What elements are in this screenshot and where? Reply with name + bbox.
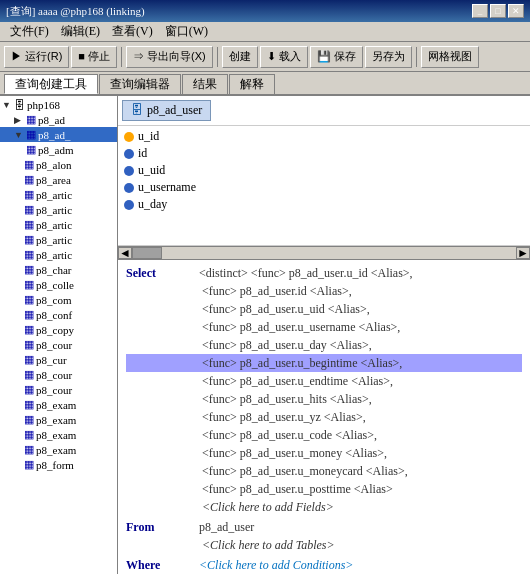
- tree-item-p8_artic2[interactable]: ▦ p8_artic: [0, 202, 117, 217]
- tl18: p8_cour: [36, 369, 72, 381]
- field-line-12[interactable]: <func> p8_ad_user.u_posttime <Alias>: [126, 480, 522, 498]
- tree-item-p8_form[interactable]: ▦ p8_form: [0, 457, 117, 472]
- tree-item-p8_ad[interactable]: ▶ ▦ p8_ad: [0, 112, 117, 127]
- expand-icon: ▼: [2, 100, 12, 110]
- export-button[interactable]: ⇒ 导出向导(X): [126, 46, 213, 68]
- ti15: ▦: [24, 323, 34, 336]
- tree-item-p8_char[interactable]: ▦ p8_char: [0, 262, 117, 277]
- close-button[interactable]: ✕: [508, 4, 524, 18]
- field-u_id[interactable]: u_id: [122, 128, 526, 145]
- tl20: p8_exam: [36, 399, 76, 411]
- tree-item-p8_artic3[interactable]: ▦ p8_artic: [0, 217, 117, 232]
- minimize-button[interactable]: _: [472, 4, 488, 18]
- add-conditions-click[interactable]: <Click here to add Conditions>: [196, 556, 353, 574]
- tree-item-p8_exam1[interactable]: ▦ p8_exam: [0, 397, 117, 412]
- tree-item-p8_com[interactable]: ▦ p8_com: [0, 292, 117, 307]
- tab-results[interactable]: 结果: [182, 74, 228, 94]
- menu-edit[interactable]: 编辑(E): [55, 22, 106, 41]
- save-button[interactable]: 💾 保存: [310, 46, 363, 68]
- ti10: ▦: [24, 248, 34, 261]
- tl8: p8_artic: [36, 219, 72, 231]
- add-tables-click[interactable]: <Click here to add Tables>: [126, 536, 522, 554]
- tl6: p8_artic: [36, 189, 72, 201]
- field-name: u_id: [138, 129, 159, 144]
- field-line-5[interactable]: <func> p8_ad_user.u_begintime <Alias>,: [126, 354, 522, 372]
- tree-item-p8_cour1[interactable]: ▦ p8_cour: [0, 337, 117, 352]
- key-icon: [124, 132, 134, 142]
- tab-query-editor[interactable]: 查询编辑器: [99, 74, 181, 94]
- tree-item-p8_artic5[interactable]: ▦ p8_artic: [0, 247, 117, 262]
- tl3: p8_adm: [38, 144, 73, 156]
- tree-item-p8_conf[interactable]: ▦ p8_conf: [0, 307, 117, 322]
- ti8: ▦: [24, 218, 34, 231]
- ti12: ▦: [24, 278, 34, 291]
- tab-query-builder[interactable]: 查询创建工具: [4, 74, 98, 94]
- from-keyword: From: [126, 518, 196, 536]
- menu-view[interactable]: 查看(V): [106, 22, 159, 41]
- table-header-tab[interactable]: 🗄 p8_ad_user: [122, 100, 211, 121]
- field-u_day[interactable]: u_day: [122, 196, 526, 213]
- field-id[interactable]: id: [122, 145, 526, 162]
- ti17: ▦: [24, 353, 34, 366]
- tl24: p8_form: [36, 459, 74, 471]
- field-u_username[interactable]: u_username: [122, 179, 526, 196]
- tree-item-p8_exam4[interactable]: ▦ p8_exam: [0, 442, 117, 457]
- select-content: <distinct> <func> p8_ad_user.u_id <Alias…: [196, 264, 413, 282]
- ti3: ▦: [26, 143, 36, 156]
- tl17: p8_cur: [36, 354, 67, 366]
- tree-root-node[interactable]: ▼ 🗄 php168: [0, 98, 117, 112]
- field-line-1[interactable]: <func> p8_ad_user.id <Alias>,: [126, 282, 522, 300]
- field-line-4[interactable]: <func> p8_ad_user.u_day <Alias>,: [126, 336, 522, 354]
- tree-item-p8_area[interactable]: ▦ p8_area: [0, 172, 117, 187]
- field-line-6[interactable]: <func> p8_ad_user.u_endtime <Alias>,: [126, 372, 522, 390]
- tl19: p8_cour: [36, 384, 72, 396]
- scroll-left-button[interactable]: ◄: [118, 247, 132, 259]
- run-button[interactable]: ▶ 运行(R): [4, 46, 69, 68]
- saveas-button[interactable]: 另存为: [365, 46, 412, 68]
- field-line-10[interactable]: <func> p8_ad_user.u_money <Alias>,: [126, 444, 522, 462]
- add-fields-click[interactable]: <Click here to add Fields>: [126, 498, 522, 516]
- tree-item-p8_cur[interactable]: ▦ p8_cur: [0, 352, 117, 367]
- tree-item-p8_exam2[interactable]: ▦ p8_exam: [0, 412, 117, 427]
- gridview-button[interactable]: 网格视图: [421, 46, 479, 68]
- field-line-9[interactable]: <func> p8_ad_user.u_code <Alias>,: [126, 426, 522, 444]
- menu-bar: 文件(F) 编辑(E) 查看(V) 窗口(W): [0, 22, 530, 42]
- table-header-area: 🗄 p8_ad_user: [118, 96, 530, 126]
- scroll-right-button[interactable]: ►: [516, 247, 530, 259]
- tree-item-p8_colle[interactable]: ▦ p8_colle: [0, 277, 117, 292]
- tree-item-p8_copy[interactable]: ▦ p8_copy: [0, 322, 117, 337]
- sql-area: Select <distinct> <func> p8_ad_user.u_id…: [118, 260, 530, 574]
- field-line-3[interactable]: <func> p8_ad_user.u_username <Alias>,: [126, 318, 522, 336]
- stop-button[interactable]: ■ 停止: [71, 46, 117, 68]
- tab-explain[interactable]: 解释: [229, 74, 275, 94]
- field-circle-icon4: [124, 200, 134, 210]
- scroll-thumb[interactable]: [132, 247, 162, 259]
- tree-item-p8_alon[interactable]: ▦ p8_alon: [0, 157, 117, 172]
- tabs-row: 查询创建工具 查询编辑器 结果 解释: [0, 72, 530, 96]
- maximize-button[interactable]: □: [490, 4, 506, 18]
- select-line: Select <distinct> <func> p8_ad_user.u_id…: [126, 264, 522, 282]
- tree-item-p8_cour3[interactable]: ▦ p8_cour: [0, 382, 117, 397]
- ti21: ▦: [24, 413, 34, 426]
- create-button[interactable]: 创建: [222, 46, 258, 68]
- field-line-11[interactable]: <func> p8_ad_user.u_moneycard <Alias>,: [126, 462, 522, 480]
- ti19: ▦: [24, 383, 34, 396]
- ti16: ▦: [24, 338, 34, 351]
- tree-item-p8_ad_user[interactable]: ▼ ▦ p8_ad_: [0, 127, 117, 142]
- load-button[interactable]: ⬇ 载入: [260, 46, 308, 68]
- tree-item-p8_artic1[interactable]: ▦ p8_artic: [0, 187, 117, 202]
- ti20: ▦: [24, 398, 34, 411]
- tree-item-p8_adm[interactable]: ▦ p8_adm: [0, 142, 117, 157]
- field-line-7[interactable]: <func> p8_ad_user.u_hits <Alias>,: [126, 390, 522, 408]
- tree-item-p8_cour2[interactable]: ▦ p8_cour: [0, 367, 117, 382]
- horizontal-scrollbar[interactable]: ◄ ►: [118, 246, 530, 260]
- field-circle-icon2: [124, 166, 134, 176]
- field-u_uid[interactable]: u_uid: [122, 162, 526, 179]
- menu-window[interactable]: 窗口(W): [159, 22, 214, 41]
- menu-file[interactable]: 文件(F): [4, 22, 55, 41]
- tree-item-p8_exam3[interactable]: ▦ p8_exam: [0, 427, 117, 442]
- field-line-8[interactable]: <func> p8_ad_user.u_yz <Alias>,: [126, 408, 522, 426]
- tree-item-p8_artic4[interactable]: ▦ p8_artic: [0, 232, 117, 247]
- where-keyword: Where: [126, 556, 196, 574]
- field-line-2[interactable]: <func> p8_ad_user.u_uid <Alias>,: [126, 300, 522, 318]
